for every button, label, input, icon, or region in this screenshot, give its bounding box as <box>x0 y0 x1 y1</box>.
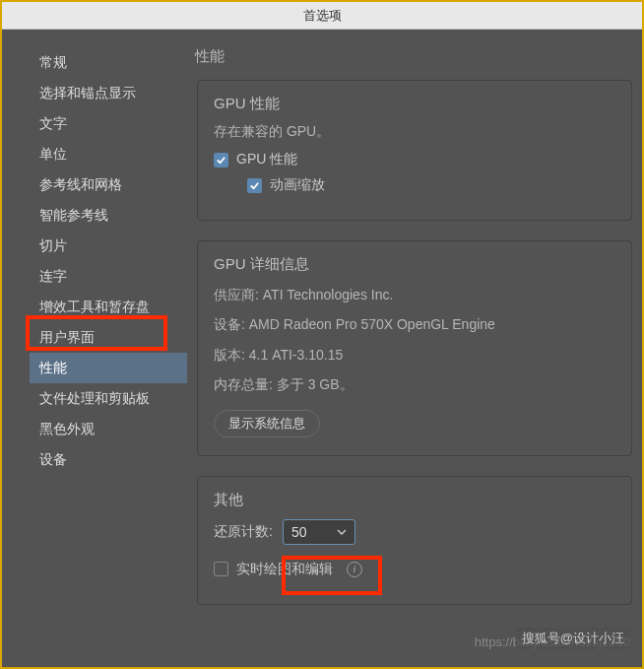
watermark-source: 搜狐号@设计小汪 <box>516 628 630 649</box>
undo-count-select[interactable]: 50 <box>283 519 355 545</box>
version-value: 4.1 ATI-3.10.15 <box>249 347 343 363</box>
sidebar-item-plugins-scratch[interactable]: 增效工具和暂存盘 <box>30 292 187 322</box>
memory-value: 多于 3 GB。 <box>277 376 354 392</box>
vendor-value: ATI Technologies Inc. <box>263 287 394 302</box>
chevron-down-icon <box>337 527 347 537</box>
sidebar-item-user-interface[interactable]: 用户界面 <box>30 322 187 353</box>
gpu-details-panel: GPU 详细信息 供应商: ATI Technologies Inc. 设备: … <box>197 240 632 456</box>
sidebar-item-selection-anchor[interactable]: 选择和锚点显示 <box>30 78 187 108</box>
animated-zoom-checkbox[interactable] <box>247 178 262 193</box>
device-value: AMD Radeon Pro 570X OpenGL Engine <box>249 316 495 332</box>
realtime-drawing-label: 实时绘图和编辑 <box>236 561 333 578</box>
show-system-info-button[interactable]: 显示系统信息 <box>214 410 320 437</box>
realtime-drawing-checkbox[interactable] <box>214 562 228 576</box>
device-label: 设备: <box>214 316 245 332</box>
vendor-label: 供应商: <box>214 287 259 302</box>
gpu-compat-text: 存在兼容的 GPU。 <box>214 123 615 141</box>
sidebar-item-slices[interactable]: 切片 <box>30 231 187 261</box>
sidebar-item-file-clipboard[interactable]: 文件处理和剪贴板 <box>30 383 187 414</box>
check-icon <box>216 155 226 166</box>
sidebar-item-units[interactable]: 单位 <box>30 139 187 169</box>
sidebar-item-performance[interactable]: 性能 <box>30 353 187 383</box>
main-content: 性能 GPU 性能 存在兼容的 GPU。 GPU 性能 动画缩放 <box>187 47 642 667</box>
window-titlebar: 首选项 <box>2 2 642 30</box>
sidebar-item-guides-grid[interactable]: 参考线和网格 <box>30 169 187 200</box>
preferences-sidebar: 常规 选择和锚点显示 文字 单位 参考线和网格 智能参考线 切片 连字 增效工具… <box>30 47 187 667</box>
gpu-details-title: GPU 详细信息 <box>214 255 615 274</box>
undo-count-value: 50 <box>291 524 307 540</box>
sidebar-item-black-appearance[interactable]: 黑色外观 <box>30 414 187 444</box>
gpu-performance-label: GPU 性能 <box>236 151 297 168</box>
window-title: 首选项 <box>303 7 342 25</box>
info-icon[interactable]: i <box>347 562 362 577</box>
gpu-performance-checkbox[interactable] <box>214 153 228 167</box>
page-title: 性能 <box>195 47 632 66</box>
animated-zoom-label: 动画缩放 <box>270 176 325 194</box>
sidebar-item-type[interactable]: 文字 <box>30 108 187 139</box>
memory-label: 内存总量: <box>214 376 273 392</box>
gpu-performance-panel: GPU 性能 存在兼容的 GPU。 GPU 性能 动画缩放 <box>197 80 632 221</box>
version-label: 版本: <box>214 347 245 363</box>
sidebar-item-hyphenation[interactable]: 连字 <box>30 261 187 292</box>
undo-count-label: 还原计数: <box>214 523 273 541</box>
check-icon <box>249 180 260 191</box>
other-panel: 其他 还原计数: 50 实时绘图和编辑 i <box>197 476 632 605</box>
sidebar-item-smart-guides[interactable]: 智能参考线 <box>30 200 187 231</box>
sidebar-item-general[interactable]: 常规 <box>30 47 187 78</box>
sidebar-item-devices[interactable]: 设备 <box>30 444 187 475</box>
other-panel-title: 其他 <box>214 491 615 509</box>
gpu-panel-title: GPU 性能 <box>214 95 615 113</box>
